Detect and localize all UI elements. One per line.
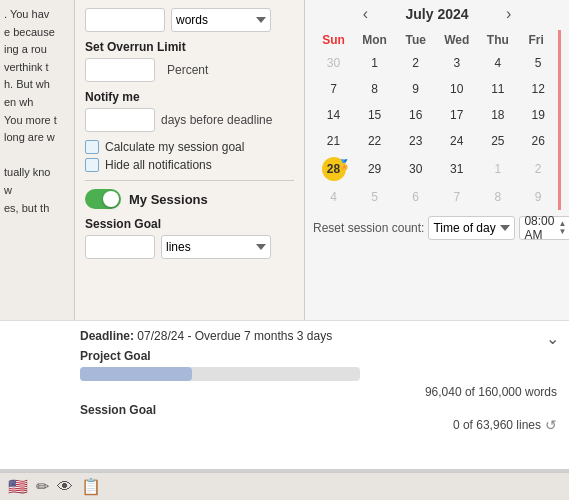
weekday-thu: Thu xyxy=(477,30,518,50)
reset-session-select[interactable]: Time of day Midnight Manual xyxy=(428,216,515,240)
toolbar-pen-icon[interactable]: ✏ xyxy=(36,477,49,496)
cal-day[interactable]: 12 xyxy=(518,76,559,102)
project-goal-count: 96,040 of 160,000 words xyxy=(80,385,557,399)
cal-day[interactable]: 30 xyxy=(395,154,436,184)
toolbar-flag-icon[interactable]: 🇺🇸 xyxy=(8,477,28,496)
collapse-button[interactable]: ⌄ xyxy=(546,329,559,348)
badge-star: 🏅 xyxy=(338,153,350,177)
session-goal-input[interactable]: 63960 xyxy=(85,235,155,259)
cal-day[interactable]: 16 xyxy=(395,102,436,128)
toolbar-eye-icon[interactable]: 👁 xyxy=(57,478,73,496)
cal-day[interactable]: 9 xyxy=(395,76,436,102)
project-goal-progress-bar-container xyxy=(80,367,360,381)
cal-day[interactable]: 1 xyxy=(477,154,518,184)
cal-day[interactable]: 1 xyxy=(354,50,395,76)
cal-day[interactable]: 31 xyxy=(436,154,477,184)
notify-value-input[interactable]: 10 xyxy=(85,108,155,132)
settings-panel: 160000 words Set Overrun Limit 10 Percen… xyxy=(75,0,305,320)
refresh-icon[interactable]: ↺ xyxy=(545,417,557,433)
time-display: 08:00 AM xyxy=(524,214,554,242)
cal-day[interactable]: 2 xyxy=(518,154,559,184)
notify-row: 10 days before deadline xyxy=(85,108,294,132)
weekday-tue: Tue xyxy=(395,30,436,50)
checkbox-calculate[interactable]: Calculate my session goal xyxy=(85,140,294,154)
bottom-toolbar: 🇺🇸 ✏ 👁 📋 xyxy=(0,472,569,500)
left-text-panel: . You hav e because ing a rou verthink t… xyxy=(0,0,75,320)
divider xyxy=(85,180,294,181)
cal-day[interactable]: 7 xyxy=(313,76,354,102)
cal-day[interactable]: 22 xyxy=(354,128,395,154)
cal-day[interactable]: 4 xyxy=(313,184,354,210)
cal-day[interactable]: 8 xyxy=(354,76,395,102)
cal-day[interactable]: 30 xyxy=(313,50,354,76)
calculate-checkbox[interactable] xyxy=(85,140,99,154)
cal-day[interactable]: 5 xyxy=(518,50,559,76)
weekday-fri: Fri xyxy=(518,30,559,50)
cal-day[interactable]: 14 xyxy=(313,102,354,128)
words-input[interactable]: 160000 xyxy=(85,8,165,32)
session-goal-label: Session Goal xyxy=(85,217,294,231)
cal-day[interactable]: 10 xyxy=(436,76,477,102)
hide-notif-checkbox[interactable] xyxy=(85,158,99,172)
overrun-label: Set Overrun Limit xyxy=(85,40,294,54)
checkbox-hide-notifications[interactable]: Hide all notifications xyxy=(85,158,294,172)
bottom-section: ⌄ Deadline: 07/28/24 - Overdue 7 months … xyxy=(0,320,569,469)
words-row: 160000 words xyxy=(85,8,294,32)
cal-day[interactable]: 18 xyxy=(477,102,518,128)
deadline-text: Deadline: 07/28/24 - Overdue 7 months 3 … xyxy=(80,329,557,343)
time-input[interactable]: 08:00 AM ▲ ▼ xyxy=(519,216,569,240)
app-window: . You hav e because ing a rou verthink t… xyxy=(0,0,569,500)
cal-day[interactable]: 7 xyxy=(436,184,477,210)
calendar-panel: ‹ July 2024 › Sun Mon Tue Wed Thu Fri xyxy=(305,0,569,320)
cal-day[interactable]: 4 xyxy=(477,50,518,76)
calendar-title: July 2024 xyxy=(382,6,492,22)
notify-label: Notify me xyxy=(85,90,294,104)
cal-day[interactable]: 11 xyxy=(477,76,518,102)
time-down-btn[interactable]: ▼ xyxy=(558,228,566,236)
cal-day[interactable]: 3 xyxy=(436,50,477,76)
highlighted-day[interactable]: 28 🏅 xyxy=(322,157,346,181)
calendar-prev-button[interactable]: ‹ xyxy=(359,6,372,22)
calendar-grid: Sun Mon Tue Wed Thu Fri 30 1 2 3 xyxy=(313,30,561,210)
project-goal-label: Project Goal xyxy=(80,349,557,363)
cal-day[interactable]: 17 xyxy=(436,102,477,128)
reset-session-label: Reset session count: xyxy=(313,221,424,235)
session-goal-unit-select[interactable]: lines words chars xyxy=(161,235,271,259)
calendar-next-button[interactable]: › xyxy=(502,6,515,22)
cal-day[interactable]: 2 xyxy=(395,50,436,76)
cal-day[interactable]: 21 xyxy=(313,128,354,154)
notify-suffix: days before deadline xyxy=(161,113,272,127)
deadline-value: 07/28/24 - Overdue 7 months 3 days xyxy=(137,329,332,343)
cal-day[interactable]: 9 xyxy=(518,184,559,210)
deadline-label: Deadline: xyxy=(80,329,134,343)
weekday-sun: Sun xyxy=(313,30,354,50)
sessions-toggle-label: My Sessions xyxy=(129,192,208,207)
cal-day[interactable]: 6 xyxy=(395,184,436,210)
sessions-toggle[interactable] xyxy=(85,189,121,209)
cal-day-28[interactable]: 28 🏅 xyxy=(313,154,354,184)
toggle-knob xyxy=(103,191,119,207)
cal-day[interactable]: 29 xyxy=(354,154,395,184)
hide-notif-label: Hide all notifications xyxy=(105,158,212,172)
cal-day[interactable]: 8 xyxy=(477,184,518,210)
overrun-value-input[interactable]: 10 xyxy=(85,58,155,82)
session-goal-row: 63960 lines words chars xyxy=(85,235,294,259)
cal-day[interactable]: 15 xyxy=(354,102,395,128)
session-count-value: 0 of 63,960 lines xyxy=(453,418,541,432)
project-goal-progress-fill xyxy=(80,367,192,381)
session-goal-count: 0 of 63,960 lines ↺ xyxy=(80,417,557,433)
words-unit-select[interactable]: words xyxy=(171,8,271,32)
calendar-header: ‹ July 2024 › xyxy=(313,6,561,22)
cal-day[interactable]: 24 xyxy=(436,128,477,154)
time-spinners: ▲ ▼ xyxy=(558,220,566,236)
cal-day[interactable]: 23 xyxy=(395,128,436,154)
calendar-row-1: 30 1 2 3 4 5 xyxy=(313,50,560,76)
cal-day[interactable]: 19 xyxy=(518,102,559,128)
calendar-row-4: 21 22 23 24 25 26 xyxy=(313,128,560,154)
cal-day[interactable]: 25 xyxy=(477,128,518,154)
overrun-row: 10 Percent xyxy=(85,58,294,82)
cal-day[interactable]: 5 xyxy=(354,184,395,210)
toolbar-clipboard-icon[interactable]: 📋 xyxy=(81,477,101,496)
calculate-label: Calculate my session goal xyxy=(105,140,244,154)
cal-day[interactable]: 26 xyxy=(518,128,559,154)
